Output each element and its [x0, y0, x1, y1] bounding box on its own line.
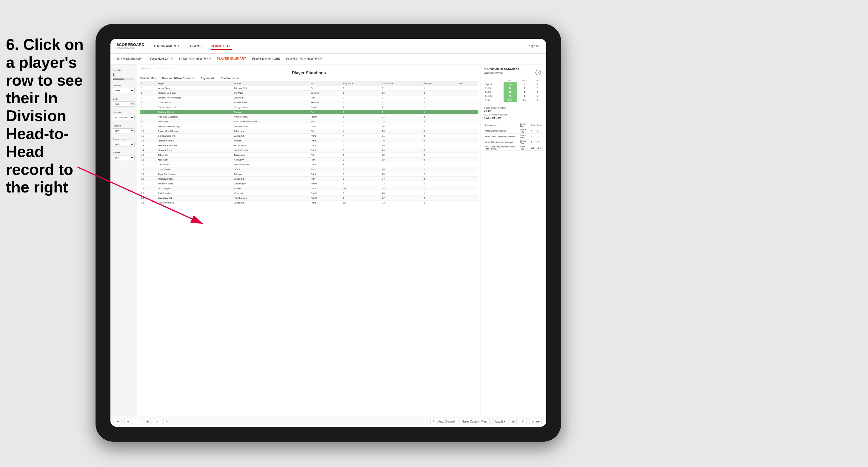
table-row[interactable]: 15 Jake Hall Tennessee Fifth 5 18 0: [140, 153, 478, 158]
view-original-button[interactable]: 👁 View: Original: [430, 419, 457, 424]
year-select[interactable]: (All): [113, 101, 135, 106]
cell-rds: 1: [422, 162, 457, 167]
cell-num: 23: [140, 191, 156, 196]
table-row[interactable]: 9 Preston Summerhays Arizona State Third…: [140, 124, 478, 129]
table-row[interactable]: 2 Michael La Sasso Ole Miss Second 1 10 …: [140, 91, 478, 95]
cell-rds: 2: [422, 115, 457, 119]
conference-select[interactable]: (All): [113, 142, 135, 147]
sidebar-conference: Conference (All): [113, 138, 135, 147]
cell-school: New Mexico: [232, 196, 309, 200]
col-win: Win: [458, 81, 478, 86]
table-row[interactable]: 8 Mats Ege East Tennessee State Fifth 1 …: [140, 119, 478, 124]
region-select[interactable]: N/A: [113, 128, 135, 133]
cell-num: 4: [140, 100, 156, 105]
cell-win: [458, 138, 478, 143]
share-button[interactable]: Share: [529, 419, 542, 424]
table-row[interactable]: 11 Gordon Sargent Vanderbilt Third 4 21 …: [140, 134, 478, 138]
layout-button[interactable]: ⊡: [510, 419, 517, 424]
tournament-row: Mirabel Maui Jim Intercollegiate Stroke …: [484, 139, 543, 145]
division-select[interactable]: NCAA Division I: [113, 115, 135, 120]
table-row[interactable]: 20 Matthew Riedel Vanderbilt Fifth 9 24 …: [140, 177, 478, 181]
play-button[interactable]: ▷: [154, 419, 160, 424]
nav-tournaments[interactable]: TOURNAMENTS: [153, 43, 181, 50]
table-row[interactable]: 25 Cole Sherwood Vanderbilt Third 12 23 …: [140, 200, 478, 205]
tab-team-summary[interactable]: TEAM SUMMARY: [116, 56, 142, 62]
table-row[interactable]: 24 Bastien Amat New Mexico Fourth 1 27 2: [140, 196, 478, 200]
tour-col-score: Score: [536, 122, 543, 128]
cell-reg: 3: [341, 124, 380, 129]
h2h-row-label: Top 10: [484, 82, 503, 86]
cell-conf: 1: [380, 86, 422, 91]
nav-teams[interactable]: TEAMS: [190, 43, 202, 50]
cell-reg: 9: [341, 148, 380, 153]
player-label: Player: [113, 151, 135, 154]
player-select[interactable]: (All): [113, 155, 135, 160]
watch-button[interactable]: Watch ▾: [493, 419, 507, 424]
cell-school: Georgia Tech: [232, 105, 309, 110]
tab-player-h2h-grid[interactable]: PLAYER H2H GRID: [252, 56, 280, 62]
cell-win: [458, 105, 478, 110]
cell-yr: First: [309, 95, 341, 100]
table-row[interactable]: 3 Michael Thorbjornsen Stanford First 2 …: [140, 95, 478, 100]
cell-reg: 10: [341, 186, 380, 191]
h2h-row: 51-100 46 6 3: [484, 94, 543, 98]
cell-reg: 1: [341, 196, 380, 200]
table-row[interactable]: 7 Nicholas Gabrelick North Florida Fourt…: [140, 115, 478, 119]
standings-table: # Player School Yr Reg Rank Conf Rank No…: [140, 81, 478, 205]
table-row[interactable]: 1 Wenyi Ding Arizona State First 1 1 1: [140, 86, 478, 91]
table-row[interactable]: 10 Jacob Mou-Olesen Arkansas Fifth 4 23 …: [140, 129, 478, 134]
table-row[interactable]: 18 Luke Powell UCLA First 8 24 1: [140, 167, 478, 172]
tab-player-h2h-heatmap[interactable]: PLAYER H2H HEATMAP: [286, 56, 322, 62]
cell-reg: 6: [341, 181, 380, 186]
nav-right: Sign out: [529, 44, 540, 48]
refresh-button[interactable]: ↻: [163, 419, 170, 424]
table-row[interactable]: 22 Ian Gilligan Florida Third 10 24 1: [140, 186, 478, 191]
table-row[interactable]: 14 Maxwell Ford North Carolina Third 9 2…: [140, 148, 478, 153]
tab-team-h2h-grid[interactable]: TEAM H2H GRID: [148, 56, 173, 62]
year-label: Year: [113, 98, 135, 100]
forward-button[interactable]: →: [134, 419, 141, 424]
cell-rds: 2: [422, 196, 457, 200]
logo: SCOREBOARD Powered by clippi: [116, 43, 145, 50]
cell-yr: Third: [309, 200, 341, 205]
table-row[interactable]: 6 Jackson Koivun Auburn First 1 1 1: [140, 110, 478, 115]
table-row[interactable]: 5 Christo Lamprecht Georgia Tech Fourth …: [140, 105, 478, 110]
gender-select[interactable]: Men Women: [113, 88, 135, 93]
tab-player-summary[interactable]: PLAYER SUMMARY: [217, 56, 246, 62]
table-row[interactable]: 12 Brendan Valles Auburn Third 7 20 0: [140, 138, 478, 143]
save-custom-view-button[interactable]: Save Custom View: [460, 419, 489, 424]
cell-school: Vanderbilt: [232, 134, 309, 138]
table-row[interactable]: 16 Alex Goff Kentucky Fifth 8 19 0: [140, 158, 478, 162]
sign-out-link[interactable]: Sign out: [529, 44, 540, 48]
h2h-loss: 9: [517, 86, 532, 90]
table-row[interactable]: 23 Jack Lundin Missouri Fourth 11 24 1: [140, 191, 478, 196]
h2h-close-button[interactable]: ✕: [535, 70, 541, 75]
table-row[interactable]: 17 David Ford North Carolina Third 8 21 …: [140, 162, 478, 167]
cell-conf: 24: [380, 177, 422, 181]
table-row[interactable]: 21 Taehoon Song Washington Fourth 6 23 1: [140, 181, 478, 186]
cell-rds: 2: [422, 124, 457, 129]
nav-committee[interactable]: COMMITTEE: [211, 43, 232, 50]
cell-school: Texas A&M: [232, 143, 309, 148]
cell-school: Missouri: [232, 191, 309, 196]
table-row[interactable]: 19 Tiger Christensen Arizona Third 8 23 …: [140, 172, 478, 177]
cell-rds: 0: [422, 129, 457, 134]
cell-num: 16: [140, 158, 156, 162]
cell-yr: Second: [309, 100, 341, 105]
tour-type: Stroke Play: [519, 134, 530, 139]
h2h-col-loss: Loss: [517, 79, 532, 82]
table-row[interactable]: 13 Phachara Khonon Texas A&M Third 6 30 …: [140, 143, 478, 148]
cell-yr: Fourth: [309, 115, 341, 119]
tab-team-h2h-heatmap[interactable]: TEAM H2H HEATMAP: [179, 56, 211, 62]
cell-yr: Fourth: [309, 105, 341, 110]
cell-yr: Fifth: [309, 153, 341, 158]
undo-button[interactable]: ↩: [115, 419, 122, 424]
col-player: Player: [156, 81, 232, 86]
redo-button[interactable]: ↪: [124, 419, 131, 424]
cell-num: 11: [140, 134, 156, 138]
cell-player: Christo Lamprecht: [156, 105, 232, 110]
table-row[interactable]: 4 Luke Claton Florida State Second 1 17 …: [140, 100, 478, 105]
settings-button[interactable]: ⚙: [520, 419, 527, 424]
cell-conf: 23: [380, 129, 422, 134]
step-button[interactable]: ⊞: [144, 419, 151, 424]
